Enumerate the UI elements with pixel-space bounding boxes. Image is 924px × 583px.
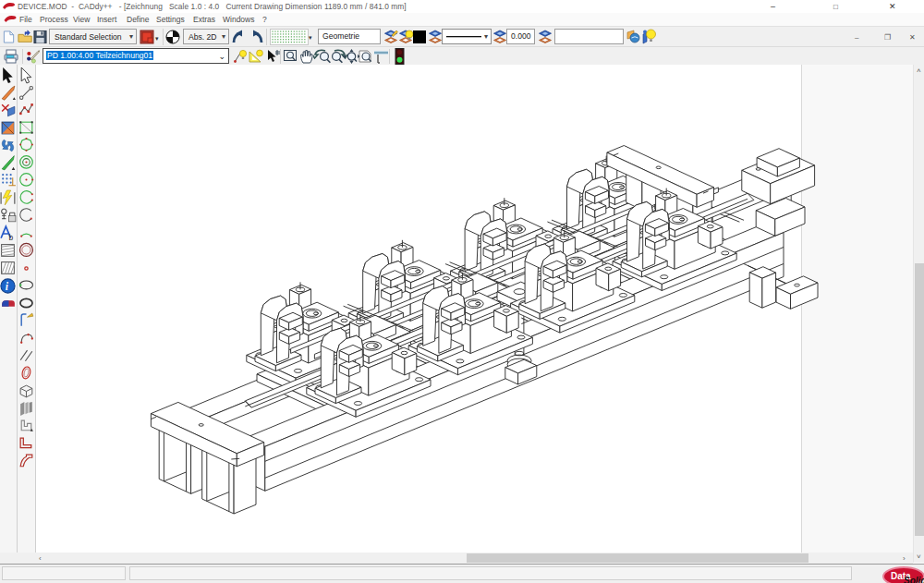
svg-text:b: b bbox=[9, 233, 14, 242]
svg-text:Solid: Solid bbox=[904, 576, 924, 583]
